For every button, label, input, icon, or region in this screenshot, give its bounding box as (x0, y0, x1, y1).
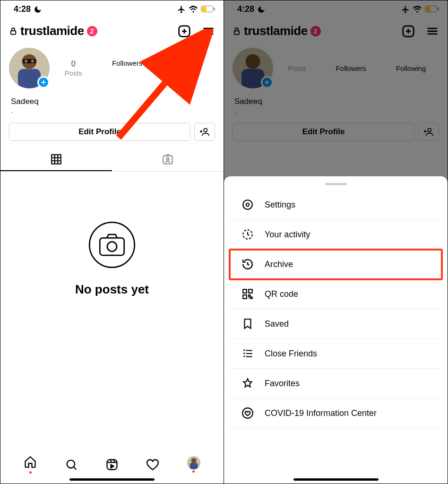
tagged-icon (162, 153, 174, 165)
menu-settings[interactable]: Settings (230, 190, 442, 220)
battery-icon (201, 6, 215, 13)
svg-rect-12 (52, 155, 61, 164)
bottom-nav (0, 449, 224, 484)
close-friends-icon (241, 347, 254, 360)
bio-text: . (0, 107, 224, 118)
menu-your-activity[interactable]: Your activity (230, 220, 442, 250)
discover-people-button[interactable] (194, 123, 215, 141)
search-icon[interactable] (65, 458, 78, 471)
qr-code-icon (241, 288, 254, 300)
empty-posts-area: No posts yet (0, 172, 224, 297)
menu-archive[interactable]: Archive (230, 250, 442, 279)
svg-point-34 (246, 203, 250, 207)
svg-rect-38 (243, 295, 247, 299)
svg-point-14 (166, 157, 169, 160)
username-text: trustlamide (20, 24, 84, 38)
hamburger-menu-icon[interactable] (202, 25, 215, 38)
svg-point-15 (89, 222, 134, 267)
menu-screen: 4:28 trustlamide 2 (224, 0, 448, 484)
notification-badge: 2 (87, 26, 97, 36)
profile-stats-row: 0 Posts Followers Following (0, 44, 224, 92)
profile-tabs (0, 148, 224, 172)
svg-rect-1 (202, 7, 207, 11)
profile-avatar[interactable] (9, 48, 50, 88)
moon-icon (34, 5, 42, 14)
grid-icon (50, 153, 62, 165)
svg-point-18 (67, 460, 74, 467)
home-indicator (293, 478, 379, 481)
svg-rect-7 (18, 69, 41, 88)
menu-covid-info[interactable]: COVID-19 Information Center (230, 398, 442, 428)
wifi-icon (189, 5, 198, 14)
svg-rect-2 (214, 8, 215, 10)
menu-saved[interactable]: Saved (230, 309, 442, 339)
svg-rect-22 (190, 463, 198, 469)
svg-rect-3 (11, 31, 16, 35)
lock-icon (9, 27, 17, 35)
profile-header: trustlamide 2 (0, 16, 224, 44)
svg-point-11 (204, 129, 207, 132)
svg-point-10 (31, 60, 34, 63)
star-icon (241, 377, 254, 389)
svg-rect-19 (107, 459, 117, 469)
status-time: 4:28 (14, 4, 31, 14)
tab-tagged[interactable] (112, 148, 224, 171)
bookmark-icon (241, 318, 254, 330)
archive-icon (241, 258, 254, 270)
svg-rect-36 (243, 289, 247, 293)
activity-heart-icon[interactable] (146, 458, 159, 471)
nav-home-dot (29, 471, 32, 474)
svg-point-9 (25, 60, 28, 63)
empty-posts-text: No posts yet (75, 282, 149, 297)
reels-icon[interactable] (105, 458, 119, 471)
sheet-handle[interactable] (325, 183, 347, 185)
add-person-icon (199, 127, 210, 137)
airplane-icon (177, 5, 186, 14)
nav-profile[interactable] (187, 456, 200, 473)
status-bar: 4:28 (0, 0, 224, 16)
menu-qr-code[interactable]: QR code (230, 279, 442, 309)
svg-point-33 (243, 200, 252, 209)
profile-screen: 4:28 trustlamide 2 (0, 0, 224, 484)
home-icon (24, 455, 37, 468)
stat-posts[interactable]: 0 Posts (64, 59, 82, 77)
svg-point-17 (107, 242, 117, 251)
camera-outline-icon (86, 219, 138, 271)
svg-rect-16 (100, 238, 124, 255)
nav-home[interactable] (24, 455, 37, 474)
menu-favorites[interactable]: Favorites (230, 369, 442, 398)
tab-grid[interactable] (0, 148, 112, 171)
stat-following[interactable]: Following (172, 59, 202, 77)
menu-sheet: Settings Your activity Archive QR code S… (224, 176, 448, 484)
menu-close-friends[interactable]: Close Friends (230, 339, 442, 369)
username-area[interactable]: trustlamide 2 (9, 24, 97, 38)
home-indicator (69, 478, 155, 481)
heart-circle-icon (241, 407, 254, 419)
display-name: Sadeeq (0, 92, 224, 107)
stat-followers[interactable]: Followers (112, 59, 142, 77)
nav-profile-dot (192, 470, 195, 473)
settings-icon (241, 199, 254, 211)
add-story-icon[interactable] (37, 76, 50, 88)
svg-rect-37 (249, 289, 252, 293)
activity-icon (241, 228, 254, 241)
create-post-icon[interactable] (177, 24, 191, 38)
edit-profile-button[interactable]: Edit Profile (9, 123, 190, 141)
svg-point-21 (191, 458, 196, 463)
